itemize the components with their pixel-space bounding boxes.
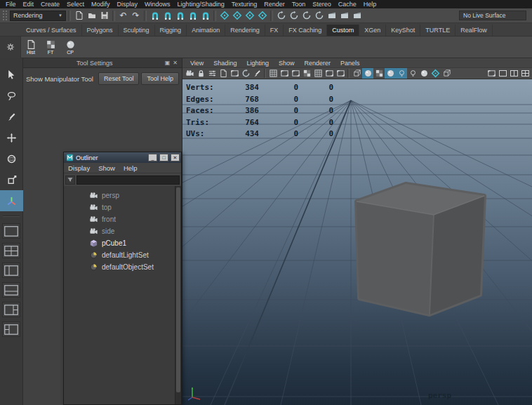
scrollbar-thumb[interactable]: [176, 187, 180, 392]
outliner-item-front[interactable]: front: [64, 213, 181, 225]
shelf-options[interactable]: [0, 36, 21, 58]
safe-title-icon[interactable]: [335, 68, 346, 79]
highlight-selection-toggle[interactable]: [275, 10, 287, 22]
menu-display[interactable]: Display: [114, 0, 142, 8]
scale-tool-button[interactable]: [0, 169, 23, 190]
gate-mask-icon[interactable]: [301, 68, 312, 79]
viewport-menu-lighting[interactable]: Lighting: [241, 60, 274, 67]
lasso-select-tool-button[interactable]: [0, 85, 23, 106]
layout-persp-graph-button[interactable]: [2, 282, 20, 298]
rotate-tool-button[interactable]: [0, 148, 23, 169]
viewport-menu-panels[interactable]: Panels: [335, 60, 365, 67]
soft-select-toggle[interactable]: [313, 10, 325, 22]
menu-toon[interactable]: Toon: [288, 0, 310, 8]
close-icon[interactable]: ✕: [171, 60, 179, 66]
isolate-select-icon[interactable]: [486, 68, 497, 79]
outputs-from-selected-button[interactable]: [244, 10, 255, 22]
textured-icon[interactable]: [373, 68, 385, 79]
layout-persp-outliner-button[interactable]: [2, 263, 20, 278]
shadows-icon[interactable]: [407, 68, 418, 79]
outliner-item-defaultlightset[interactable]: defaultLightSet: [64, 249, 181, 261]
ipr-render-button[interactable]: [351, 10, 363, 22]
menu-lighting-shading[interactable]: Lighting/Shading: [174, 0, 228, 8]
quick-render-button[interactable]: [338, 10, 350, 22]
shelf-tab-realflow[interactable]: RealFlow: [455, 25, 493, 36]
move-tool-button[interactable]: [0, 127, 23, 148]
tool-help-button[interactable]: Tool Help: [141, 72, 179, 85]
menu-file[interactable]: File: [2, 0, 20, 8]
object-symmetry-toggle[interactable]: [288, 10, 300, 22]
outliner-item-defaultobjectset[interactable]: defaultObjectSet: [64, 261, 181, 273]
paint-select-tool-button[interactable]: [0, 106, 23, 127]
two-d-pan-zoom-icon[interactable]: [240, 68, 251, 79]
snap-to-projected-center-toggle[interactable]: [187, 10, 199, 22]
minimize-button[interactable]: _: [148, 154, 157, 161]
grease-pencil-icon[interactable]: [251, 68, 262, 79]
make-live-toggle[interactable]: [218, 10, 230, 22]
menu-cache[interactable]: Cache: [335, 0, 360, 8]
menu-edit[interactable]: Edit: [20, 0, 38, 8]
open-scene-button[interactable]: [86, 10, 98, 22]
construction-history-toggle[interactable]: [256, 10, 268, 22]
viewport-canvas[interactable]: Verts:38400 Edges:76800 Faces:38600 Tris…: [182, 79, 532, 405]
select-tool-button[interactable]: [0, 64, 23, 85]
shelf-tab-custom[interactable]: Custom: [327, 25, 359, 36]
resolution-gate-icon[interactable]: [290, 68, 301, 79]
anti-aliasing-icon[interactable]: [430, 68, 441, 79]
outliner-menu-show[interactable]: Show: [94, 164, 119, 172]
menu-render[interactable]: Render: [260, 0, 288, 8]
snap-to-curve-toggle[interactable]: [161, 10, 173, 22]
layout-hypershade-persp-button[interactable]: [2, 302, 20, 317]
live-surface-field[interactable]: No Live Surface: [459, 11, 526, 20]
tool-settings-titlebar[interactable]: Tool Settings ▣ ✕: [23, 58, 182, 68]
layout-single-pane-button[interactable]: [2, 223, 20, 239]
world-symmetry-toggle[interactable]: [300, 10, 312, 22]
outliner-menu-display[interactable]: Display: [64, 164, 94, 172]
menu-help[interactable]: Help: [360, 0, 380, 8]
camera-attributes-icon[interactable]: [206, 68, 218, 79]
close-button[interactable]: ✕: [171, 154, 180, 161]
reset-tool-button[interactable]: Reset Tool: [98, 72, 139, 85]
menu-windows[interactable]: Windows: [141, 0, 174, 8]
menu-set-selector[interactable]: Rendering ▼: [10, 11, 66, 21]
panel-split-layout-icon[interactable]: [508, 68, 519, 79]
image-plane-icon[interactable]: [229, 68, 240, 79]
inputs-to-selected-button[interactable]: [231, 10, 243, 22]
dock-icon[interactable]: ▣: [164, 60, 172, 66]
shelf-tab-animation[interactable]: Animation: [187, 25, 225, 36]
show-manipulator-tool-button[interactable]: [0, 190, 23, 211]
panel-single-layout-icon[interactable]: [497, 68, 508, 79]
outliner-item-top[interactable]: top: [64, 201, 181, 213]
screen-space-ao-icon[interactable]: [418, 68, 430, 79]
shelf-tab-sculpting[interactable]: Sculpting: [119, 25, 155, 36]
layout-four-view-button[interactable]: [2, 243, 20, 258]
shelf-item-cp[interactable]: CP: [61, 37, 79, 58]
shelf-tab-curves-surfaces[interactable]: Curves / Surfaces: [21, 25, 82, 36]
menu-create[interactable]: Create: [37, 0, 63, 8]
shelf-tab-rigging[interactable]: Rigging: [155, 25, 187, 36]
viewport-menu-show[interactable]: Show: [274, 60, 300, 67]
x-ray-icon[interactable]: [441, 68, 452, 79]
snap-to-point-toggle[interactable]: [174, 10, 186, 22]
outliner-menu-help[interactable]: Help: [119, 164, 142, 172]
outliner-titlebar[interactable]: Outliner _ □ ✕: [64, 152, 181, 163]
menu-stereo[interactable]: Stereo: [309, 0, 335, 8]
new-scene-button[interactable]: [73, 10, 85, 22]
viewport-menu-renderer[interactable]: Renderer: [299, 60, 335, 67]
use-default-material-icon[interactable]: [385, 68, 396, 79]
statusline-grip[interactable]: [3, 11, 7, 20]
shelf-tab-fx[interactable]: FX: [265, 25, 284, 36]
lighting-icon[interactable]: [396, 68, 407, 79]
film-gate-icon[interactable]: [279, 68, 290, 79]
panel-four-layout-icon[interactable]: [519, 68, 531, 79]
snap-to-view-plane-toggle[interactable]: [199, 10, 211, 22]
viewport-menu-shading[interactable]: Shading: [208, 60, 241, 67]
safe-action-icon[interactable]: [324, 68, 335, 79]
shelf-tab-keyshot[interactable]: KeyShot: [386, 25, 420, 36]
snap-to-grid-toggle[interactable]: [149, 10, 161, 22]
shelf-tab-polygons[interactable]: Polygons: [82, 25, 119, 36]
shelf-item-hist[interactable]: Hist: [22, 37, 40, 58]
outliner-item-pcube1[interactable]: pCube1: [64, 237, 181, 249]
outliner-scrollbar[interactable]: [175, 186, 181, 404]
open-render-view-button[interactable]: [326, 10, 338, 22]
